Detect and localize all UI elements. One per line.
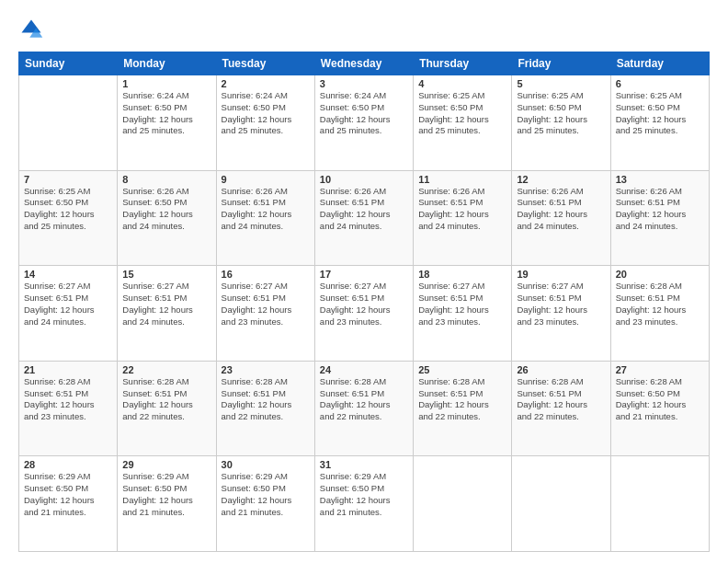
day-number: 27 xyxy=(616,364,704,375)
day-info: Sunrise: 6:28 AMSunset: 6:51 PMDaylight:… xyxy=(122,376,210,423)
day-number: 21 xyxy=(24,364,112,375)
day-info: Sunrise: 6:25 AMSunset: 6:50 PMDaylight:… xyxy=(616,90,704,137)
calendar-cell: 25Sunrise: 6:28 AMSunset: 6:51 PMDayligh… xyxy=(414,361,512,456)
day-info: Sunrise: 6:28 AMSunset: 6:51 PMDaylight:… xyxy=(517,376,605,423)
day-number: 19 xyxy=(517,269,605,280)
calendar-cell: 21Sunrise: 6:28 AMSunset: 6:51 PMDayligh… xyxy=(19,361,118,456)
day-info: Sunrise: 6:28 AMSunset: 6:51 PMDaylight:… xyxy=(222,376,310,423)
day-number: 10 xyxy=(320,174,408,185)
calendar-cell: 8Sunrise: 6:26 AMSunset: 6:50 PMDaylight… xyxy=(118,170,216,266)
header-row: SundayMondayTuesdayWednesdayThursdayFrid… xyxy=(19,52,710,75)
day-info: Sunrise: 6:25 AMSunset: 6:50 PMDaylight:… xyxy=(418,90,506,137)
calendar-cell: 23Sunrise: 6:28 AMSunset: 6:51 PMDayligh… xyxy=(216,361,314,456)
calendar-cell: 18Sunrise: 6:27 AMSunset: 6:51 PMDayligh… xyxy=(414,266,512,362)
day-number: 24 xyxy=(320,364,408,375)
day-info: Sunrise: 6:24 AMSunset: 6:50 PMDaylight:… xyxy=(320,90,408,137)
day-number: 17 xyxy=(320,269,408,280)
calendar-cell: 3Sunrise: 6:24 AMSunset: 6:50 PMDaylight… xyxy=(314,75,413,171)
day-info: Sunrise: 6:27 AMSunset: 6:51 PMDaylight:… xyxy=(320,281,408,327)
calendar-cell: 27Sunrise: 6:28 AMSunset: 6:50 PMDayligh… xyxy=(610,361,709,456)
column-header-tuesday: Tuesday xyxy=(216,52,314,75)
day-info: Sunrise: 6:29 AMSunset: 6:50 PMDaylight:… xyxy=(122,471,210,518)
calendar-cell xyxy=(610,456,709,552)
calendar-cell: 1Sunrise: 6:24 AMSunset: 6:50 PMDaylight… xyxy=(118,75,216,171)
day-number: 1 xyxy=(122,78,210,89)
calendar-cell: 26Sunrise: 6:28 AMSunset: 6:51 PMDayligh… xyxy=(512,361,610,456)
column-header-sunday: Sunday xyxy=(19,52,118,75)
day-info: Sunrise: 6:29 AMSunset: 6:50 PMDaylight:… xyxy=(222,471,310,518)
page: SundayMondayTuesdayWednesdayThursdayFrid… xyxy=(0,0,728,563)
header xyxy=(18,17,710,42)
calendar-cell: 9Sunrise: 6:26 AMSunset: 6:51 PMDaylight… xyxy=(216,170,314,266)
day-number: 30 xyxy=(222,459,310,470)
calendar-cell: 16Sunrise: 6:27 AMSunset: 6:51 PMDayligh… xyxy=(216,266,314,362)
calendar-cell: 24Sunrise: 6:28 AMSunset: 6:51 PMDayligh… xyxy=(314,361,413,456)
calendar-cell: 4Sunrise: 6:25 AMSunset: 6:50 PMDaylight… xyxy=(414,75,512,171)
calendar-cell: 20Sunrise: 6:28 AMSunset: 6:51 PMDayligh… xyxy=(610,266,709,362)
calendar-cell: 7Sunrise: 6:25 AMSunset: 6:50 PMDaylight… xyxy=(19,170,118,266)
day-number: 29 xyxy=(122,459,210,470)
calendar-cell: 31Sunrise: 6:29 AMSunset: 6:50 PMDayligh… xyxy=(314,456,413,552)
calendar-cell: 28Sunrise: 6:29 AMSunset: 6:50 PMDayligh… xyxy=(19,456,118,552)
day-number: 18 xyxy=(418,269,506,280)
day-info: Sunrise: 6:27 AMSunset: 6:51 PMDaylight:… xyxy=(222,281,310,327)
day-number: 31 xyxy=(320,459,408,470)
calendar-cell: 13Sunrise: 6:26 AMSunset: 6:51 PMDayligh… xyxy=(610,170,709,266)
day-info: Sunrise: 6:26 AMSunset: 6:51 PMDaylight:… xyxy=(616,186,704,233)
week-row-2: 7Sunrise: 6:25 AMSunset: 6:50 PMDaylight… xyxy=(19,170,710,266)
day-number: 20 xyxy=(616,269,704,280)
day-number: 6 xyxy=(616,78,704,89)
calendar-cell: 6Sunrise: 6:25 AMSunset: 6:50 PMDaylight… xyxy=(610,75,709,171)
day-info: Sunrise: 6:28 AMSunset: 6:51 PMDaylight:… xyxy=(320,376,408,423)
calendar-cell: 14Sunrise: 6:27 AMSunset: 6:51 PMDayligh… xyxy=(19,266,118,362)
logo xyxy=(18,17,48,42)
calendar-cell: 22Sunrise: 6:28 AMSunset: 6:51 PMDayligh… xyxy=(118,361,216,456)
day-info: Sunrise: 6:24 AMSunset: 6:50 PMDaylight:… xyxy=(122,90,210,137)
week-row-1: 1Sunrise: 6:24 AMSunset: 6:50 PMDaylight… xyxy=(19,75,710,171)
calendar-cell: 30Sunrise: 6:29 AMSunset: 6:50 PMDayligh… xyxy=(216,456,314,552)
week-row-4: 21Sunrise: 6:28 AMSunset: 6:51 PMDayligh… xyxy=(19,361,710,456)
week-row-3: 14Sunrise: 6:27 AMSunset: 6:51 PMDayligh… xyxy=(19,266,710,362)
day-info: Sunrise: 6:27 AMSunset: 6:51 PMDaylight:… xyxy=(517,281,605,327)
day-info: Sunrise: 6:28 AMSunset: 6:51 PMDaylight:… xyxy=(418,376,506,423)
calendar-cell: 2Sunrise: 6:24 AMSunset: 6:50 PMDaylight… xyxy=(216,75,314,171)
day-number: 12 xyxy=(517,174,605,185)
column-header-saturday: Saturday xyxy=(610,52,709,75)
day-number: 11 xyxy=(418,174,506,185)
calendar-cell xyxy=(19,75,118,171)
day-number: 15 xyxy=(122,269,210,280)
day-info: Sunrise: 6:26 AMSunset: 6:51 PMDaylight:… xyxy=(517,186,605,233)
calendar-table: SundayMondayTuesdayWednesdayThursdayFrid… xyxy=(18,52,710,552)
day-number: 23 xyxy=(222,364,310,375)
day-info: Sunrise: 6:27 AMSunset: 6:51 PMDaylight:… xyxy=(24,281,112,327)
day-info: Sunrise: 6:28 AMSunset: 6:51 PMDaylight:… xyxy=(616,281,704,327)
calendar-cell: 5Sunrise: 6:25 AMSunset: 6:50 PMDaylight… xyxy=(512,75,610,171)
calendar-cell: 29Sunrise: 6:29 AMSunset: 6:50 PMDayligh… xyxy=(118,456,216,552)
day-number: 5 xyxy=(517,78,605,89)
day-info: Sunrise: 6:27 AMSunset: 6:51 PMDaylight:… xyxy=(122,281,210,327)
day-number: 13 xyxy=(616,174,704,185)
column-header-wednesday: Wednesday xyxy=(314,52,413,75)
day-info: Sunrise: 6:26 AMSunset: 6:51 PMDaylight:… xyxy=(222,186,310,233)
day-info: Sunrise: 6:29 AMSunset: 6:50 PMDaylight:… xyxy=(24,471,112,518)
calendar-cell: 12Sunrise: 6:26 AMSunset: 6:51 PMDayligh… xyxy=(512,170,610,266)
day-number: 26 xyxy=(517,364,605,375)
calendar-cell: 10Sunrise: 6:26 AMSunset: 6:51 PMDayligh… xyxy=(314,170,413,266)
day-info: Sunrise: 6:26 AMSunset: 6:51 PMDaylight:… xyxy=(320,186,408,233)
column-header-monday: Monday xyxy=(118,52,216,75)
column-header-friday: Friday xyxy=(512,52,610,75)
day-number: 14 xyxy=(24,269,112,280)
calendar-cell: 19Sunrise: 6:27 AMSunset: 6:51 PMDayligh… xyxy=(512,266,610,362)
calendar-cell xyxy=(414,456,512,552)
calendar-cell xyxy=(512,456,610,552)
day-info: Sunrise: 6:27 AMSunset: 6:51 PMDaylight:… xyxy=(418,281,506,327)
day-info: Sunrise: 6:26 AMSunset: 6:51 PMDaylight:… xyxy=(418,186,506,233)
day-number: 4 xyxy=(418,78,506,89)
day-number: 28 xyxy=(24,459,112,470)
day-info: Sunrise: 6:29 AMSunset: 6:50 PMDaylight:… xyxy=(320,471,408,518)
day-info: Sunrise: 6:24 AMSunset: 6:50 PMDaylight:… xyxy=(222,90,310,137)
calendar-cell: 15Sunrise: 6:27 AMSunset: 6:51 PMDayligh… xyxy=(118,266,216,362)
day-info: Sunrise: 6:28 AMSunset: 6:50 PMDaylight:… xyxy=(616,376,704,423)
day-number: 16 xyxy=(222,269,310,280)
day-number: 7 xyxy=(24,174,112,185)
